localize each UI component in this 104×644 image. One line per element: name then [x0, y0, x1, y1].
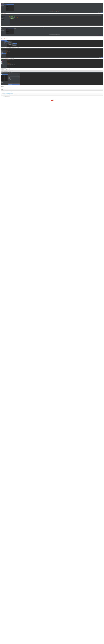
pic-thumb: ▦: [5, 77, 8, 79]
install-disk-btn[interactable]: Install plugin from disk...: [57, 11, 60, 12]
section4-p1: 创建的文件只能过滤还没有track的文件，如果您自己已经进行了版本控制管理中，要…: [1, 87, 103, 88]
close-icon[interactable]: [2, 59, 2, 60]
twitter-icon[interactable]: t: [9, 96, 10, 96]
max-icon[interactable]: [2, 48, 3, 49]
plugin-row[interactable]: Settings Repository: [6, 33, 14, 34]
close-icon[interactable]: [2, 27, 2, 27]
menu-item[interactable]: Paste: [5, 43, 8, 44]
search-input[interactable]: 🔍 idea: [2, 15, 100, 16]
tag: stylintignore: [40, 20, 42, 20]
screenshot-browse-repo: Browse Repositories 🔍 idea 📁 Category: A…: [1, 14, 103, 26]
screenshot-install-disk: Preferences Appearance & Behavior Keymap…: [1, 27, 103, 36]
tag: ignore: [50, 20, 51, 20]
plugin-row[interactable]: VCS INTEGRATION: [1, 21, 10, 22]
cancel-btn[interactable]: Cancel: [98, 36, 99, 36]
menu-item[interactable]: Resource Bundle: [9, 45, 12, 45]
watermark: CSDN @帅心文法: [100, 46, 102, 47]
screenshot-add-gitignore: 📄 AttGAN-PyTorch [~/lillil/GAN/AttGAN-Py…: [1, 70, 103, 86]
section3-title: 添加指定文件到 .gitignore 中: [1, 68, 103, 69]
screenshot-preferences: Preferences Appearance & Behavior Keymap…: [1, 2, 103, 13]
source-link[interactable]: https://www.cnblogs.com/2019/06/16/pycha…: [4, 94, 13, 94]
section4-p2: 文件是没有作用的。这时候需在本地欲不被追踪者，然后再重新进行本地库，命令如下: [1, 88, 103, 88]
tag: gitignore: [11, 20, 12, 20]
max-icon[interactable]: [2, 3, 3, 3]
install-jetbrains-btn[interactable]: Install JetBrains plugin...: [49, 11, 53, 12]
tree-list-attr[interactable]: 📄 list_attr_custom.txt: [1, 74, 8, 75]
facebook-icon[interactable]: f: [8, 96, 9, 96]
sidebar-item[interactable]: Tools: [1, 30, 6, 31]
sidebar-item[interactable]: Tools: [1, 6, 6, 7]
tree-item[interactable]: ▾ 📁 AttGAN-PyTorch ~/lillil/GAN/AttGAN-P…: [1, 73, 8, 74]
tag: dockerignore: [15, 20, 16, 20]
gplus-icon[interactable]: G+: [7, 96, 8, 96]
ignore-logo: ⊘ .ignore: [11, 16, 13, 17]
install-disk-btn[interactable]: Install plugin from disk...: [57, 34, 60, 35]
install-btn[interactable]: Install: [14, 16, 15, 17]
quote-box: 本文作者: zhouzongwei 原文链接: https://www.cnbl…: [1, 92, 103, 95]
tag: ignore-glob: [24, 20, 26, 20]
watermark: CSDN @帅心文法: [100, 36, 102, 36]
max-icon[interactable]: [2, 27, 3, 27]
wechat-icon[interactable]: 微: [5, 96, 6, 96]
tag: cvsignore: [18, 20, 19, 20]
cancel-btn[interactable]: Cancel: [98, 12, 99, 13]
close-icon[interactable]: [2, 48, 2, 49]
min-icon[interactable]: [2, 40, 2, 40]
min-icon[interactable]: [2, 27, 2, 27]
tree-item[interactable]: Scratches and: [1, 82, 8, 83]
weibo-icon[interactable]: 微: [3, 96, 3, 96]
tag: mtn-ignore: [23, 20, 24, 20]
menu-item[interactable]: .npmignore file (NPM): [13, 46, 17, 46]
watermark: CSDN @帅心文法: [100, 57, 102, 58]
footer: 登录参与评论或点赞评论、分享评论 注册: [0, 98, 104, 102]
pic-thumb: ▦: [5, 79, 8, 81]
tag: npmignore: [13, 20, 15, 20]
section2-title: 创建 .gitignore 文件: [1, 38, 103, 38]
tag: flooignore: [33, 20, 34, 20]
section2-p: 在需要push的项目中创建新文件：: [1, 39, 103, 40]
pic-thumb: ▦: [5, 75, 8, 77]
close-icon[interactable]: [2, 3, 2, 3]
qq-icon[interactable]: Q: [5, 96, 5, 96]
min-icon[interactable]: [2, 59, 2, 60]
menu-item[interactable]: ⊘ Add to .gitignore file (Unversioned)▸: [8, 84, 20, 85]
plugin-category: LANGUAGES: [11, 16, 102, 16]
p1: 然后搜索 .ignore 并点击安装。: [1, 14, 103, 14]
share-row: 分享到: 微 Q Q 微 豆 G+ f t: [1, 96, 103, 97]
category-dropdown[interactable]: 📁 Category: All ▾: [100, 15, 102, 16]
screenshot-gitignore-created: AttGAN-PyTorch [~/lillil/GAN/AttGAN-PyTo…: [1, 59, 103, 68]
tag: upignore: [47, 20, 48, 20]
p4: 点击之后会提示如何生成，这里因为是python的项目，所以选用对模板就能满足我的…: [1, 48, 103, 48]
tab[interactable]: 📄 train.py ×: [11, 72, 13, 73]
tag: git: [51, 20, 51, 20]
min-icon[interactable]: [2, 48, 2, 49]
tag: Mercurial: [52, 20, 53, 20]
close-icon[interactable]: [2, 40, 2, 40]
section1-title: 安装gitignore插件: [1, 1, 103, 2]
section1-path: File ——> Setting ——> Plugins ——> Browse …: [1, 2, 103, 2]
tag: bzrignore: [20, 20, 21, 20]
code-block: git rm -r --cached . git add . git commi…: [1, 88, 103, 90]
tree-item[interactable]: Scratches and Consoles: [1, 65, 7, 65]
tag: tfignore: [28, 20, 29, 20]
max-icon[interactable]: [2, 14, 3, 15]
min-icon[interactable]: [2, 3, 2, 3]
cancel-btn[interactable]: Cancel: [99, 58, 100, 58]
repo-links[interactable]: HTTP Proxy Settings... Manage Repositori…: [1, 25, 103, 26]
p5: 至此，可以发现项目中出现了 .gitignore 文件，文件中都认过滤的后缀。: [1, 58, 103, 59]
qzone-icon[interactable]: Q: [4, 96, 4, 96]
browse-repo-btn[interactable]: Browse repositories...: [53, 34, 56, 35]
section4-p3: 注意，如命全部cd到，在项目目录下执行，阅览个性令是英文 .: [1, 91, 103, 92]
tag: boringignore: [21, 20, 23, 20]
douban-icon[interactable]: 豆: [6, 96, 7, 96]
tag: prettierignore: [31, 20, 33, 20]
section3-p: 选择不想上传的文件，右键选择"add to .gitignore": [1, 70, 103, 70]
section4-title: 更新文件: [1, 86, 103, 86]
tag: prettierignore: [48, 20, 50, 20]
install-jetbrains-btn[interactable]: Install JetBrains plugin...: [49, 34, 53, 35]
register-btn[interactable]: 注册: [50, 100, 54, 101]
template-item[interactable]: ▸ SCons: [1, 56, 6, 56]
close-icon[interactable]: [2, 14, 2, 15]
plugin-row[interactable]: Subversion Integration: [6, 10, 14, 11]
min-icon[interactable]: [2, 14, 2, 15]
